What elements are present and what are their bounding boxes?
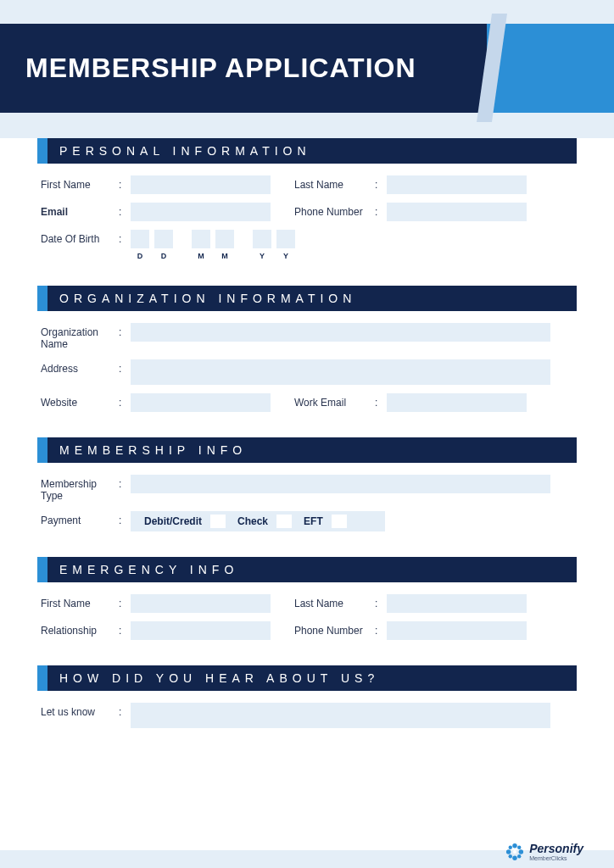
dob-code: Y <box>260 252 265 260</box>
section-title: ORGANIZATION INFORMATION <box>47 286 577 311</box>
phone-label: Phone Number <box>294 203 375 218</box>
section-title: PERSONAL INFORMATION <box>47 138 577 164</box>
svg-point-4 <box>509 846 512 849</box>
accent-bar <box>37 437 47 463</box>
emergency-first-name-field[interactable] <box>131 594 271 613</box>
emergency-last-name-field[interactable] <box>387 594 527 613</box>
svg-point-0 <box>512 843 517 849</box>
colon: : <box>119 511 131 526</box>
dob-m2-field[interactable] <box>215 230 234 248</box>
colon: : <box>375 175 387 191</box>
section-header-org: ORGANIZATION INFORMATION <box>37 286 577 311</box>
email-label: Email <box>41 203 119 218</box>
dob-label: Date Of Birth <box>41 230 119 245</box>
svg-point-2 <box>506 849 511 854</box>
payment-label: Payment <box>41 511 119 526</box>
dob-y2-field[interactable] <box>276 230 295 248</box>
work-email-label: Work Email <box>294 393 375 409</box>
let-us-know-label: Let us know <box>41 703 119 718</box>
org-name-label: Organization Name <box>41 323 119 351</box>
logo-name: Personify <box>529 843 583 854</box>
section-header-hear: HOW DID YOU HEAR ABOUT US? <box>37 665 577 691</box>
dob-code: Y <box>283 252 288 260</box>
colon: : <box>375 594 387 609</box>
emergency-phone-field[interactable] <box>387 621 527 640</box>
dob-y1-field[interactable] <box>253 230 271 248</box>
svg-point-6 <box>509 854 512 858</box>
colon: : <box>375 621 387 637</box>
colon: : <box>119 203 131 218</box>
svg-point-7 <box>517 854 521 858</box>
website-field[interactable] <box>131 393 271 412</box>
colon: : <box>119 703 131 718</box>
colon: : <box>119 359 131 375</box>
address-label: Address <box>41 359 119 375</box>
website-label: Website <box>41 393 119 409</box>
payment-check-checkbox[interactable] <box>276 515 292 528</box>
dob-code: D <box>161 252 167 260</box>
section-title: EMERGENCY INFO <box>47 557 577 582</box>
logo-text: Personify MemberClicks <box>529 843 583 861</box>
emergency-last-name-label: Last Name <box>294 594 375 609</box>
colon: : <box>375 393 387 409</box>
payment-option-check: Check <box>229 515 273 527</box>
last-name-label: Last Name <box>294 175 375 191</box>
colon: : <box>375 203 387 218</box>
colon: : <box>119 175 131 191</box>
payment-debit-checkbox[interactable] <box>210 515 226 528</box>
dob-d1-field[interactable] <box>131 230 149 248</box>
footer-logo: Personify MemberClicks <box>505 843 583 861</box>
dob-code: M <box>221 252 228 260</box>
svg-point-3 <box>519 849 524 854</box>
banner: MEMBERSHIP APPLICATION <box>0 24 614 113</box>
section-header-personal: PERSONAL INFORMATION <box>37 138 577 164</box>
address-field[interactable] <box>131 359 550 385</box>
org-name-field[interactable] <box>131 323 550 342</box>
section-header-membership: MEMBERSHIP INFO <box>37 437 577 463</box>
svg-point-8 <box>513 850 516 854</box>
colon: : <box>119 475 131 490</box>
form-page: PERSONAL INFORMATION First Name : Last N… <box>0 138 614 850</box>
relationship-label: Relationship <box>41 621 119 637</box>
accent-bar <box>37 557 47 582</box>
accent-bar <box>37 665 47 691</box>
personify-icon <box>505 843 524 861</box>
first-name-label: First Name <box>41 175 119 191</box>
work-email-field[interactable] <box>387 393 527 412</box>
emergency-first-name-label: First Name <box>41 594 119 609</box>
last-name-field[interactable] <box>387 175 527 194</box>
let-us-know-field[interactable] <box>131 703 550 728</box>
colon: : <box>119 594 131 609</box>
membership-type-field[interactable] <box>131 475 550 493</box>
first-name-field[interactable] <box>131 175 271 194</box>
dob-code: D <box>137 252 143 260</box>
email-field[interactable] <box>131 203 271 221</box>
banner-blue-block <box>487 24 614 113</box>
dob-d2-field[interactable] <box>154 230 173 248</box>
accent-bar <box>37 138 47 164</box>
membership-type-label: Membership Type <box>41 475 119 503</box>
colon: : <box>119 393 131 409</box>
phone-field[interactable] <box>387 203 527 221</box>
payment-eft-checkbox[interactable] <box>332 515 347 528</box>
dob-boxes: D D M M Y Y <box>131 230 295 260</box>
colon: : <box>119 323 131 338</box>
colon: : <box>119 230 131 245</box>
dob-code: M <box>198 252 204 260</box>
dob-m1-field[interactable] <box>192 230 210 248</box>
accent-bar <box>37 286 47 311</box>
section-header-emergency: EMERGENCY INFO <box>37 557 577 582</box>
svg-point-1 <box>512 856 517 861</box>
colon: : <box>119 621 131 637</box>
payment-option-eft: EFT <box>295 515 328 527</box>
payment-option-debit: Debit/Credit <box>136 515 207 527</box>
relationship-field[interactable] <box>131 621 271 640</box>
logo-sub: MemberClicks <box>529 855 583 861</box>
svg-point-5 <box>517 846 521 849</box>
emergency-phone-label: Phone Number <box>294 621 375 637</box>
payment-options: Debit/Credit Check EFT <box>131 511 385 531</box>
section-title: HOW DID YOU HEAR ABOUT US? <box>47 665 577 691</box>
section-title: MEMBERSHIP INFO <box>47 437 577 463</box>
